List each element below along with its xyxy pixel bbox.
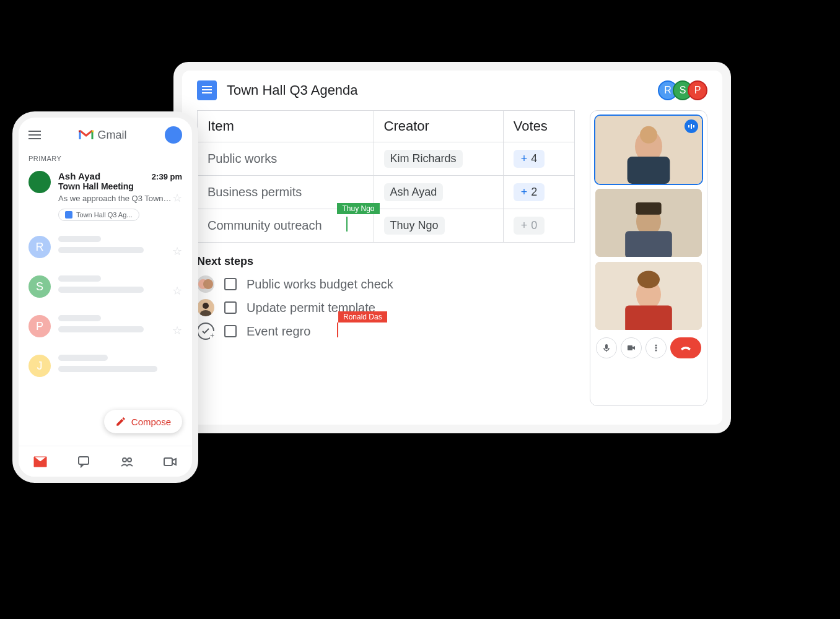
- svg-rect-9: [688, 125, 689, 128]
- collaborator-cursor-label-green: Thuy Ngo: [337, 203, 379, 214]
- email-sender: Ash Ayad: [58, 171, 100, 181]
- gmail-logo[interactable]: Gmail: [79, 129, 126, 142]
- phone-device-frame: Gmail PRIMARY Ash Ayad 2:39 pm Town Hall…: [12, 111, 198, 483]
- table-header-votes: Votes: [503, 111, 574, 142]
- svg-rect-11: [693, 125, 694, 128]
- email-item[interactable]: Ash Ayad 2:39 pm Town Hall Meeting As we…: [19, 165, 192, 227]
- collaborator-cursor-red: [337, 322, 338, 337]
- gmail-m-icon: [79, 129, 94, 141]
- creator-chip[interactable]: Thuy Ngo: [384, 217, 445, 235]
- svg-rect-10: [691, 124, 692, 129]
- hangup-button[interactable]: [670, 337, 701, 358]
- email-item-placeholder[interactable]: R ☆: [19, 227, 192, 267]
- creator-chip[interactable]: Kim Richards: [384, 150, 463, 168]
- svg-point-24: [655, 350, 657, 352]
- checkbox[interactable]: [224, 278, 237, 290]
- sender-avatar[interactable]: S: [28, 275, 51, 298]
- email-item-placeholder[interactable]: S ☆: [19, 267, 192, 306]
- assignee-avatar[interactable]: [197, 275, 214, 293]
- star-icon[interactable]: ☆: [172, 324, 182, 337]
- task-row[interactable]: + Event regro Ronald Das: [197, 322, 575, 340]
- meet-tab-icon[interactable]: [163, 454, 178, 469]
- agenda-table[interactable]: Item Creator Votes Public works Kim Rich…: [197, 110, 575, 243]
- compose-button[interactable]: Compose: [104, 410, 182, 433]
- sender-avatar[interactable]: [28, 171, 51, 193]
- sender-avatar[interactable]: J: [28, 355, 51, 377]
- svg-point-3: [203, 303, 209, 309]
- next-steps-heading: Next steps: [197, 255, 575, 268]
- menu-icon[interactable]: [28, 131, 41, 139]
- plus-icon: +: [521, 186, 528, 199]
- docs-document-area[interactable]: Item Creator Votes Public works Kim Rich…: [197, 110, 575, 406]
- mail-tab-icon[interactable]: [33, 454, 48, 469]
- pencil-icon: [115, 416, 126, 427]
- svg-rect-25: [79, 457, 89, 464]
- svg-point-19: [637, 271, 660, 288]
- gmail-header: Gmail: [19, 118, 192, 152]
- sender-avatar[interactable]: P: [28, 315, 51, 337]
- collaborator-cursor-label-red: Ronald Das: [338, 311, 387, 322]
- collaborator-avatars: R S P: [663, 80, 707, 100]
- vote-chip[interactable]: +2: [514, 183, 545, 201]
- task-row[interactable]: Public works budget check: [197, 275, 575, 293]
- svg-rect-28: [164, 458, 172, 465]
- svg-point-1: [203, 279, 213, 289]
- table-row[interactable]: Community outreach Thuy Ngo Thuy Ngo +0: [198, 209, 575, 243]
- table-row[interactable]: Public works Kim Richards +4: [198, 142, 575, 176]
- svg-rect-14: [625, 231, 672, 257]
- profile-avatar[interactable]: [165, 126, 182, 144]
- svg-rect-15: [636, 202, 661, 215]
- primary-tab-label[interactable]: PRIMARY: [19, 152, 192, 165]
- checkbox[interactable]: [224, 325, 237, 337]
- star-icon[interactable]: ☆: [172, 284, 182, 298]
- svg-point-26: [123, 458, 126, 462]
- svg-rect-18: [625, 305, 672, 330]
- table-header-item: Item: [198, 111, 374, 142]
- star-icon[interactable]: ☆: [172, 245, 182, 258]
- docs-app: Town Hall Q3 Agenda R S P Item Creator V…: [182, 71, 722, 425]
- plus-icon: +: [521, 219, 528, 232]
- email-item-placeholder[interactable]: J: [19, 346, 192, 386]
- mic-button[interactable]: [596, 337, 617, 358]
- collaborator-cursor-green: [346, 217, 348, 232]
- collaborator-avatar-p[interactable]: P: [688, 80, 707, 100]
- star-icon[interactable]: ☆: [172, 191, 182, 205]
- docs-mini-icon: [65, 211, 72, 219]
- speaking-indicator-icon: [685, 119, 698, 133]
- gmail-bottom-nav: [19, 446, 192, 477]
- meet-participant-tile[interactable]: [595, 116, 702, 184]
- gmail-brand-text: Gmail: [97, 129, 126, 142]
- svg-rect-20: [605, 344, 608, 349]
- spaces-tab-icon[interactable]: [120, 454, 134, 469]
- email-subject: Town Hall Meeting: [58, 181, 182, 191]
- item-cell[interactable]: Community outreach Thuy Ngo: [198, 209, 374, 243]
- attachment-name: Town Hall Q3 Ag...: [76, 211, 133, 219]
- svg-point-22: [655, 345, 657, 347]
- checkbox[interactable]: [224, 301, 237, 314]
- vote-chip[interactable]: +0: [514, 217, 545, 235]
- email-item-placeholder[interactable]: P ☆: [19, 306, 192, 346]
- docs-title[interactable]: Town Hall Q3 Agenda: [227, 82, 358, 98]
- task-text[interactable]: Public works budget check: [247, 277, 393, 292]
- table-header-creator: Creator: [374, 111, 503, 142]
- camera-button[interactable]: [621, 337, 642, 358]
- svg-rect-21: [628, 345, 632, 350]
- attachment-chip[interactable]: Town Hall Q3 Ag...: [58, 209, 139, 221]
- chat-tab-icon[interactable]: [76, 454, 91, 469]
- meet-participant-tile[interactable]: [595, 262, 702, 330]
- item-cell[interactable]: Public works: [198, 142, 374, 176]
- docs-icon: [197, 80, 217, 100]
- sender-avatar[interactable]: R: [28, 236, 51, 258]
- creator-chip[interactable]: Ash Ayad: [384, 183, 444, 201]
- add-task-icon[interactable]: +: [197, 322, 214, 340]
- meet-sidebar: [590, 110, 707, 406]
- svg-point-23: [655, 347, 657, 349]
- more-options-button[interactable]: [645, 337, 667, 358]
- meet-participant-tile[interactable]: [595, 189, 702, 257]
- vote-chip[interactable]: +4: [514, 150, 545, 168]
- compose-label: Compose: [131, 417, 171, 427]
- email-time: 2:39 pm: [152, 172, 182, 181]
- task-text[interactable]: Event regro: [247, 324, 310, 339]
- assignee-avatar[interactable]: [197, 299, 214, 316]
- table-row[interactable]: Business permits Ash Ayad +2: [198, 176, 575, 209]
